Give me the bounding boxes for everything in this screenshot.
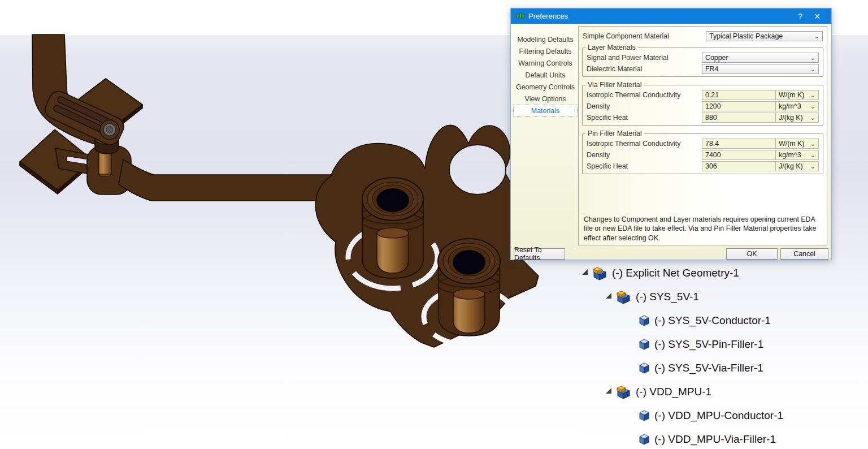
tree-item-label: (-) VDD_MPU-Conductor-1 bbox=[654, 409, 783, 422]
materials-panel: Simple Component Material Typical Plasti… bbox=[578, 26, 827, 245]
tree-item-label: (-) SYS_5V-Pin-Filler-1 bbox=[654, 338, 763, 351]
chevron-down-icon bbox=[810, 67, 815, 71]
pin-density-label: Density bbox=[587, 151, 702, 159]
via-specific-heat-unit: J/(kg K) bbox=[779, 114, 803, 122]
help-button[interactable]: ? bbox=[792, 8, 809, 24]
tree-item-label: (-) SYS_5V-Conductor-1 bbox=[654, 314, 771, 327]
plate-hole bbox=[449, 145, 506, 195]
sidebar-item-geometry-controls[interactable]: Geometry Controls bbox=[513, 81, 578, 93]
preferences-dialog: Preferences ? ✕ Modeling Defaults Filter… bbox=[510, 8, 832, 260]
pin-specific-heat-unit-select[interactable]: J/(kg K) bbox=[775, 161, 819, 171]
via2-hole bbox=[453, 251, 485, 274]
chevron-down-icon bbox=[810, 55, 815, 60]
pin-conductivity-label: Isotropic Thermal Conductivity bbox=[587, 140, 702, 148]
chevron-down-icon bbox=[810, 141, 815, 146]
group-pin-filler-material: Pin Filler Material Isotropic Thermal Co… bbox=[582, 129, 823, 174]
chevron-down-icon bbox=[810, 115, 815, 120]
tree-row-vdd-mpu-conductor[interactable]: (-) VDD_MPU-Conductor-1 bbox=[582, 404, 783, 428]
group-layer-materials-title: Layer Materials bbox=[585, 44, 638, 51]
tree-item-label: (-) SYS_5V-Via-Filler-1 bbox=[654, 362, 763, 374]
dielectric-material-value: FR4 bbox=[705, 65, 718, 73]
tree-item-label: (-) VDD_MPU-1 bbox=[636, 386, 711, 398]
assembly-icon bbox=[592, 266, 607, 280]
tree-row-vdd-mpu[interactable]: (-) VDD_MPU-1 bbox=[582, 380, 783, 404]
sidebar-item-warning-controls[interactable]: Warning Controls bbox=[513, 57, 578, 69]
dielectric-material-label: Dielectric Material bbox=[587, 65, 702, 73]
via-specific-heat-unit-select[interactable]: J/(kg K) bbox=[775, 113, 819, 123]
dialog-title: Preferences bbox=[528, 12, 568, 20]
via-specific-heat-label: Specific Heat bbox=[587, 114, 702, 122]
signal-power-material-label: Signal and Power Material bbox=[587, 54, 702, 62]
tree-row-sys-5v-conductor[interactable]: (-) SYS_5V-Conductor-1 bbox=[582, 309, 783, 333]
sidebar-item-materials[interactable]: Materials bbox=[513, 105, 578, 116]
chevron-down-icon bbox=[810, 93, 815, 97]
assembly-icon bbox=[615, 290, 631, 304]
via-density-unit-select[interactable]: kg/m^3 bbox=[775, 101, 819, 111]
tree-row-sys-5v[interactable]: (-) SYS_5V-1 bbox=[582, 285, 783, 309]
tree-item-label: (-) VDD_MPU-Via-Filler-1 bbox=[654, 433, 776, 446]
tree-item-label: (-) Explicit Net Geometry-1 bbox=[612, 267, 739, 279]
reset-to-defaults-button[interactable]: Reset To Defaults bbox=[514, 248, 565, 260]
pin-density-unit-select[interactable]: kg/m^3 bbox=[775, 150, 819, 160]
simple-component-material-value: Typical Plastic Package bbox=[709, 32, 783, 40]
part-icon bbox=[639, 362, 650, 374]
via-density-unit: kg/m^3 bbox=[779, 102, 801, 110]
close-button[interactable]: ✕ bbox=[809, 8, 826, 24]
tree-item-label: (-) SYS_5V-1 bbox=[636, 291, 699, 303]
part-icon bbox=[639, 314, 650, 327]
dialog-sidebar: Modeling Defaults Filtering Defaults War… bbox=[513, 33, 578, 116]
via-barrel-1 bbox=[362, 178, 423, 278]
group-via-filler-title: Via Filler Material bbox=[585, 81, 644, 89]
via-conductivity-input[interactable] bbox=[702, 90, 776, 100]
part-icon bbox=[639, 433, 650, 446]
tree-row-vdd-mpu-via-filler[interactable]: (-) VDD_MPU-Via-Filler-1 bbox=[582, 428, 783, 449]
feature-tree: (-) Explicit Net Geometry-1 (-) SYS_5V-1 bbox=[582, 261, 783, 449]
sidebar-item-modeling-defaults[interactable]: Modeling Defaults bbox=[513, 33, 578, 45]
via-specific-heat-input[interactable] bbox=[702, 113, 776, 123]
part-icon bbox=[639, 409, 650, 422]
assembly-icon bbox=[615, 385, 631, 399]
expand-arrow-icon[interactable] bbox=[606, 293, 611, 299]
pin-specific-heat-label: Specific Heat bbox=[587, 162, 702, 170]
via-conductivity-label: Isotropic Thermal Conductivity bbox=[587, 91, 702, 99]
chevron-down-icon bbox=[810, 164, 815, 169]
tree-row-explicit-net-geometry[interactable]: (-) Explicit Net Geometry-1 bbox=[582, 261, 783, 285]
group-via-filler-material: Via Filler Material Isotropic Thermal Co… bbox=[582, 81, 823, 126]
via-density-input[interactable] bbox=[702, 101, 776, 111]
dialog-titlebar[interactable]: Preferences ? ✕ bbox=[511, 8, 831, 24]
sidebar-item-filtering-defaults[interactable]: Filtering Defaults bbox=[513, 45, 578, 57]
tree-row-sys-5v-pin-filler[interactable]: (-) SYS_5V-Pin-Filler-1 bbox=[582, 333, 783, 356]
chevron-down-icon bbox=[810, 104, 815, 109]
signal-power-material-value: Copper bbox=[705, 54, 728, 62]
via-conductivity-unit-select[interactable]: W/(m K) bbox=[775, 90, 819, 100]
simple-component-material-label: Simple Component Material bbox=[583, 32, 706, 40]
via1-hole bbox=[377, 189, 409, 211]
pin-density-input[interactable] bbox=[702, 150, 776, 160]
chevron-down-icon bbox=[814, 34, 819, 38]
preferences-app-icon bbox=[517, 12, 524, 20]
group-pin-filler-title: Pin Filler Material bbox=[585, 129, 644, 137]
pin-specific-heat-unit: J/(kg K) bbox=[779, 162, 803, 170]
pin-density-unit: kg/m^3 bbox=[779, 151, 801, 159]
via-barrel-2 bbox=[438, 239, 500, 336]
simple-component-material-select[interactable]: Typical Plastic Package bbox=[706, 31, 823, 41]
tree-row-sys-5v-via-filler[interactable]: (-) SYS_5V-Via-Filler-1 bbox=[582, 356, 783, 380]
sidebar-item-view-options[interactable]: View Options bbox=[513, 93, 578, 105]
sidebar-item-default-units[interactable]: Default Units bbox=[513, 69, 578, 81]
chevron-down-icon bbox=[810, 153, 815, 157]
part-icon bbox=[639, 338, 650, 351]
materials-note: Changes to Component and Layer materials… bbox=[584, 215, 822, 243]
via-conductivity-unit: W/(m K) bbox=[779, 91, 804, 99]
via-density-label: Density bbox=[587, 102, 702, 110]
expand-arrow-icon[interactable] bbox=[606, 388, 611, 394]
expand-arrow-icon[interactable] bbox=[582, 269, 588, 275]
signal-power-material-select[interactable]: Copper bbox=[702, 53, 819, 63]
pin-specific-heat-input[interactable] bbox=[702, 161, 776, 171]
cancel-button[interactable]: Cancel bbox=[780, 248, 828, 260]
ok-button[interactable]: OK bbox=[726, 248, 778, 260]
dielectric-material-select[interactable]: FR4 bbox=[702, 64, 819, 74]
pin-conductivity-unit-select[interactable]: W/(m K) bbox=[775, 139, 819, 149]
pin-conductivity-input[interactable] bbox=[702, 139, 776, 149]
group-layer-materials: Layer Materials Signal and Power Materia… bbox=[582, 44, 823, 77]
pin-conductivity-unit: W/(m K) bbox=[779, 140, 804, 148]
